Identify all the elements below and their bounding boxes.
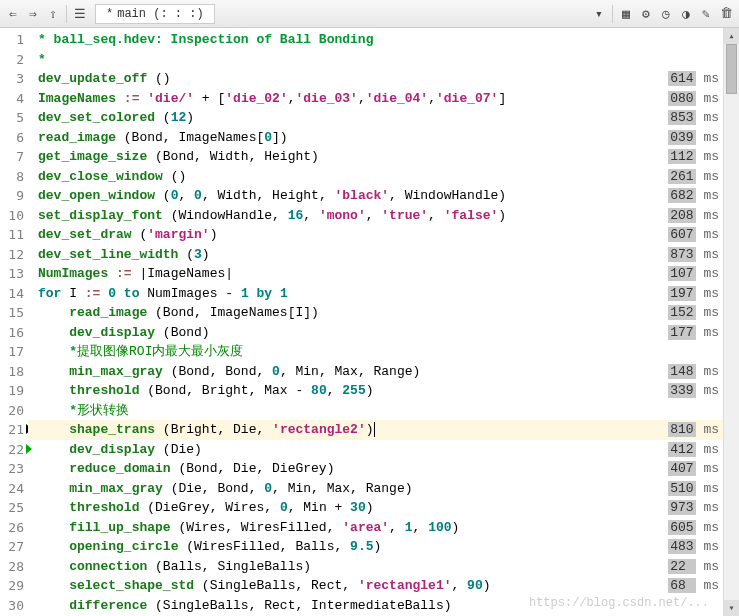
execution-time: 261 ms <box>668 167 719 187</box>
line-number: 19 <box>0 381 24 401</box>
code-line[interactable]: reduce_domain (Bond, Die, DieGrey)407 ms <box>28 459 739 479</box>
code-area[interactable]: * ball_seq.hdev: Inspection of Ball Bond… <box>28 28 739 616</box>
code-line[interactable]: opening_circle (WiresFilled, Balls, 9.5)… <box>28 537 739 557</box>
code-line[interactable]: read_image (Bond, ImageNames[0])039 ms <box>28 128 739 148</box>
code-line[interactable]: min_max_gray (Bond, Bond, 0, Min, Max, R… <box>28 362 739 382</box>
execution-time: 483 ms <box>668 537 719 557</box>
text-cursor <box>374 422 375 437</box>
execution-time: 873 ms <box>668 245 719 265</box>
tool-icon-5[interactable]: ✎ <box>697 5 715 23</box>
execution-time: 412 ms <box>668 440 719 460</box>
line-number: 14 <box>0 284 24 304</box>
tool-icon-6[interactable]: 🗑 <box>717 5 735 23</box>
code-line[interactable]: connection (Balls, SingleBalls)22 ms <box>28 557 739 577</box>
line-number: 25 <box>0 498 24 518</box>
execution-time: 810 ms <box>668 420 719 440</box>
code-line[interactable]: fill_up_shape (Wires, WiresFilled, 'area… <box>28 518 739 538</box>
scroll-down-icon[interactable]: ▾ <box>724 600 739 616</box>
up-icon[interactable]: ⇧ <box>44 5 62 23</box>
forward-icon[interactable]: ⇒ <box>24 5 42 23</box>
line-number: 29 <box>0 576 24 596</box>
code-line[interactable]: dev_display (Die)412 ms <box>28 440 739 460</box>
line-number: 24 <box>0 479 24 499</box>
code-line[interactable]: get_image_size (Bond, Width, Height)112 … <box>28 147 739 167</box>
line-number: 30 <box>0 596 24 616</box>
line-number: 27 <box>0 537 24 557</box>
code-line[interactable]: dev_update_off ()614 ms <box>28 69 739 89</box>
code-line[interactable]: * ball_seq.hdev: Inspection of Ball Bond… <box>28 30 739 50</box>
execution-time: 080 ms <box>668 89 719 109</box>
editor-tab[interactable]: * main (: : :) <box>95 4 215 24</box>
code-line[interactable]: shape_trans (Bright, Die, 'rectangle2')8… <box>28 420 739 440</box>
execution-time: 614 ms <box>668 69 719 89</box>
line-number: 20 <box>0 401 24 421</box>
line-number-gutter: 1234567891011121314151617181920212223242… <box>0 28 28 616</box>
execution-time: 22 ms <box>668 557 719 577</box>
line-number: 10 <box>0 206 24 226</box>
code-line[interactable]: ImageNames := 'die/' + ['die_02','die_03… <box>28 89 739 109</box>
code-line[interactable]: set_display_font (WindowHandle, 16, 'mon… <box>28 206 739 226</box>
execution-time: 407 ms <box>668 459 719 479</box>
code-line[interactable]: dev_set_draw ('margin')607 ms <box>28 225 739 245</box>
line-number: 28 <box>0 557 24 577</box>
code-line[interactable]: threshold (DieGrey, Wires, 0, Min + 30)9… <box>28 498 739 518</box>
code-line[interactable]: select_shape_std (SingleBalls, Rect, 're… <box>28 576 739 596</box>
line-number: 8 <box>0 167 24 187</box>
line-number: 23 <box>0 459 24 479</box>
code-line[interactable]: *形状转换 <box>28 401 739 421</box>
line-number: 13 <box>0 264 24 284</box>
code-line[interactable]: dev_close_window ()261 ms <box>28 167 739 187</box>
scrollbar-vertical[interactable]: ▴ ▾ <box>723 28 739 616</box>
execution-time: 510 ms <box>668 479 719 499</box>
code-line[interactable]: NumImages := |ImageNames|107 ms <box>28 264 739 284</box>
code-line[interactable]: dev_set_colored (12)853 ms <box>28 108 739 128</box>
code-line[interactable]: min_max_gray (Die, Bond, 0, Min, Max, Ra… <box>28 479 739 499</box>
code-line[interactable]: *提取图像ROI内最大最小灰度 <box>28 342 739 362</box>
back-icon[interactable]: ⇐ <box>4 5 22 23</box>
tool-icon-2[interactable]: ⚙ <box>637 5 655 23</box>
line-number: 9 <box>0 186 24 206</box>
code-editor[interactable]: 1234567891011121314151617181920212223242… <box>0 28 739 616</box>
code-line[interactable]: dev_open_window (0, 0, Width, Height, 'b… <box>28 186 739 206</box>
line-number: 5 <box>0 108 24 128</box>
toolbar: ⇐ ⇒ ⇧ ☰ * main (: : :) ▾ ▦ ⚙ ◷ ◑ ✎ 🗑 <box>0 0 739 28</box>
code-line[interactable]: threshold (Bond, Bright, Max - 80, 255)3… <box>28 381 739 401</box>
code-line[interactable]: * <box>28 50 739 70</box>
line-number: 12 <box>0 245 24 265</box>
line-number: 22 <box>0 440 24 460</box>
fold-icon[interactable]: ☰ <box>71 5 89 23</box>
code-line[interactable]: for I := 0 to NumImages - 1 by 1197 ms <box>28 284 739 304</box>
scroll-thumb[interactable] <box>726 44 737 94</box>
code-line[interactable]: read_image (Bond, ImageNames[I])152 ms <box>28 303 739 323</box>
tool-icon-1[interactable]: ▦ <box>617 5 635 23</box>
code-line[interactable]: dev_display (Bond)177 ms <box>28 323 739 343</box>
line-number: 2 <box>0 50 24 70</box>
scroll-up-icon[interactable]: ▴ <box>724 28 739 44</box>
line-number: 6 <box>0 128 24 148</box>
line-number: 15 <box>0 303 24 323</box>
line-number: 21 <box>0 420 24 440</box>
execution-time: 973 ms <box>668 498 719 518</box>
execution-time: 605 ms <box>668 518 719 538</box>
tool-icon-3[interactable]: ◷ <box>657 5 675 23</box>
line-number: 26 <box>0 518 24 538</box>
line-number: 7 <box>0 147 24 167</box>
dirty-indicator: * <box>106 7 113 21</box>
execution-time: 68 ms <box>668 576 719 596</box>
line-number: 3 <box>0 69 24 89</box>
line-number: 16 <box>0 323 24 343</box>
code-line[interactable]: dev_set_line_width (3)873 ms <box>28 245 739 265</box>
line-number: 4 <box>0 89 24 109</box>
separator <box>612 5 613 23</box>
execution-time: 107 ms <box>668 264 719 284</box>
line-number: 18 <box>0 362 24 382</box>
separator <box>66 5 67 23</box>
tool-icon-4[interactable]: ◑ <box>677 5 695 23</box>
execution-time: 039 ms <box>668 128 719 148</box>
dropdown-icon[interactable]: ▾ <box>590 5 608 23</box>
execution-time: 339 ms <box>668 381 719 401</box>
execution-time: 177 ms <box>668 323 719 343</box>
code-line[interactable]: difference (SingleBalls, Rect, Intermedi… <box>28 596 739 616</box>
line-number: 11 <box>0 225 24 245</box>
execution-time: 197 ms <box>668 284 719 304</box>
